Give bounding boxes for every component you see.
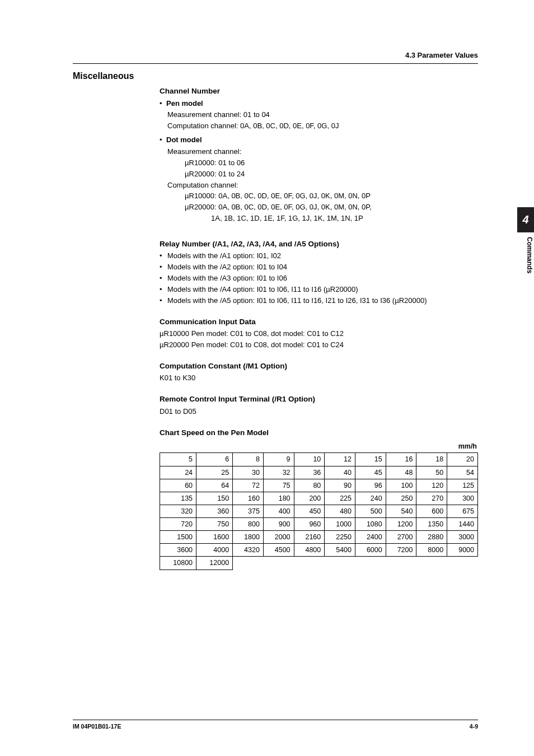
page: 4.3 Parameter Values Miscellaneous Chann…: [0, 0, 534, 756]
pen-model-label: Pen model: [166, 99, 203, 108]
table-cell: 225: [325, 492, 355, 505]
table-cell: 4320: [233, 544, 264, 557]
channel-number-head: Channel Number: [160, 86, 478, 97]
header-rule: [73, 63, 478, 64]
relay-item-text: Models with the /A3 option: I01 to I06: [167, 274, 287, 282]
relay-item: •Models with the /A3 option: I01 to I06: [160, 273, 478, 284]
table-cell: 125: [447, 479, 478, 492]
table-cell: [263, 557, 294, 570]
relay-head: Relay Number (/A1, /A2, /A3, /A4, and /A…: [160, 239, 478, 250]
table-cell: 1000: [325, 518, 355, 531]
comm-head: Communication Input Data: [160, 316, 478, 328]
dot-comp3: 1A, 1B, 1C, 1D, 1E, 1F, 1G, 1J, 1K, 1M, …: [211, 213, 478, 224]
table-cell: 900: [263, 518, 294, 531]
table-cell: 400: [263, 505, 294, 517]
table-cell: 2880: [416, 531, 447, 544]
table-cell: 300: [447, 492, 478, 505]
const-body: K01 to K30: [160, 373, 478, 384]
table-cell: 150: [196, 492, 233, 505]
table-cell: 480: [325, 505, 355, 517]
table-cell: 4000: [196, 544, 233, 557]
dot-comp1: µR10000: 0A, 0B, 0C, 0D, 0E, 0F, 0G, 0J,…: [185, 191, 478, 202]
table-cell: 500: [355, 505, 386, 517]
table-cell: [386, 557, 416, 570]
chapter-label: Commands: [517, 237, 534, 273]
table-cell: 25: [196, 466, 233, 479]
table-cell: 135: [160, 492, 196, 505]
dot-model-label: Dot model: [166, 136, 202, 144]
content: Channel Number •Pen model Measurement ch…: [160, 86, 478, 570]
footer-rule: [73, 720, 478, 720]
table-cell: 120: [416, 479, 447, 492]
table-cell: [325, 557, 355, 570]
footer-right: 4-9: [470, 722, 478, 731]
remote-head: Remote Control Input Terminal (/R1 Optio…: [160, 394, 478, 405]
table-cell: 48: [386, 466, 416, 479]
table-cell: 2160: [294, 531, 325, 544]
dot-model-bullet: •Dot model: [160, 135, 478, 146]
table-cell: 54: [447, 466, 478, 479]
table-cell: 90: [325, 479, 355, 492]
relay-item: •Models with the /A2 option: I01 to I04: [160, 262, 478, 273]
footer: IM 04P01B01-17E 4-9: [73, 720, 478, 731]
table-cell: 320: [160, 505, 196, 517]
table-cell: 9: [263, 453, 294, 466]
table-cell: 32: [263, 466, 294, 479]
pen-meas: Measurement channel: 01 to 04: [167, 110, 478, 120]
table-cell: 4800: [294, 544, 325, 557]
table-cell: 3600: [160, 544, 196, 557]
table-cell: 7200: [386, 544, 416, 557]
table-row: 1500160018002000216022502400270028803000: [160, 531, 478, 544]
table-row: 5689101215161820: [160, 453, 478, 466]
table-cell: 80: [294, 479, 325, 492]
table-cell: [355, 557, 386, 570]
pen-comp: Computation channel: 0A, 0B, 0C, 0D, 0E,…: [167, 121, 478, 132]
table-cell: 64: [196, 479, 233, 492]
table-cell: 960: [294, 518, 325, 531]
dot-comp-head: Computation channel:: [167, 180, 478, 191]
table-cell: 100: [386, 479, 416, 492]
table-cell: 12: [325, 453, 355, 466]
table-row: 1080012000: [160, 557, 478, 570]
table-cell: 36: [294, 466, 325, 479]
relay-item-text: Models with the /A1 option: I01, I02: [167, 251, 281, 260]
table-cell: 540: [386, 505, 416, 517]
table-cell: 1440: [447, 518, 478, 531]
table-cell: 1350: [416, 518, 447, 531]
table-row: 60647275809096100120125: [160, 479, 478, 492]
table-row: 3600400043204500480054006000720080009000: [160, 544, 478, 557]
table-cell: 96: [355, 479, 386, 492]
table-cell: 675: [447, 505, 478, 517]
dot-meas1: µR10000: 01 to 06: [185, 158, 478, 169]
side-tab: 4 Commands: [517, 207, 534, 273]
table-cell: 270: [416, 492, 447, 505]
table-cell: 800: [233, 518, 264, 531]
table-cell: 450: [294, 505, 325, 517]
relay-item-text: Models with the /A5 option: I01 to I06, …: [167, 296, 427, 305]
table-cell: 75: [263, 479, 294, 492]
table-cell: 720: [160, 518, 196, 531]
table-cell: 180: [263, 492, 294, 505]
table-cell: 3000: [447, 531, 478, 544]
table-cell: 2000: [263, 531, 294, 544]
table-cell: 6000: [355, 544, 386, 557]
table-cell: 2400: [355, 531, 386, 544]
relay-item: •Models with the /A1 option: I01, I02: [160, 251, 478, 262]
table-cell: 8: [233, 453, 264, 466]
table-cell: 24: [160, 466, 196, 479]
const-head: Computation Constant (/M1 Option): [160, 361, 478, 372]
table-cell: 750: [196, 518, 233, 531]
table-cell: [447, 557, 478, 570]
table-row: 135150160180200225240250270300: [160, 492, 478, 505]
table-cell: 5: [160, 453, 196, 466]
table-cell: 1500: [160, 531, 196, 544]
table-row: 24253032364045485054: [160, 466, 478, 479]
relay-item-text: Models with the /A4 option: I01 to I06, …: [167, 285, 358, 293]
table-cell: 9000: [447, 544, 478, 557]
chart-head: Chart Speed on the Pen Model: [160, 427, 478, 438]
table-cell: 250: [386, 492, 416, 505]
table-cell: 1800: [233, 531, 264, 544]
footer-left: IM 04P01B01-17E: [73, 722, 121, 731]
relay-item: •Models with the /A4 option: I01 to I06,…: [160, 284, 478, 295]
table-cell: [233, 557, 264, 570]
